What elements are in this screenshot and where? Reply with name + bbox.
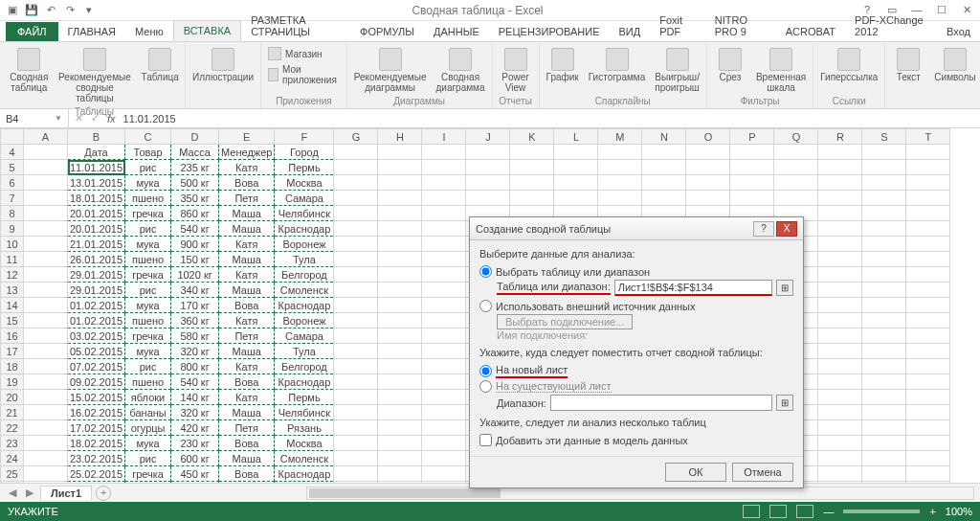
dialog-help-icon[interactable]: ? (753, 221, 774, 237)
row-header-10[interactable]: 10 (1, 237, 24, 252)
cell[interactable]: Петя (219, 420, 275, 436)
ribbon-магазин[interactable]: Магазин (265, 46, 343, 61)
cell[interactable]: 120 кг (171, 482, 219, 484)
col-header-S[interactable]: S (862, 129, 906, 145)
tab-вставка[interactable]: ВСТАВКА (173, 20, 241, 41)
ribbon-гистограмма[interactable]: Гистограмма (586, 46, 649, 84)
ribbon-текст[interactable]: Текст (889, 46, 927, 84)
cell[interactable]: 27.02.2015 (68, 482, 125, 484)
ribbon-временная[interactable]: Временнаяшкала (753, 46, 809, 95)
ribbon-срез[interactable]: Срез (711, 46, 749, 84)
zoom-slider[interactable] (843, 510, 920, 513)
ribbon-сводная[interactable]: Своднаядиаграмма (433, 46, 487, 95)
dialog-titlebar[interactable]: Создание сводной таблицы ? X (470, 217, 803, 240)
page-break-view-icon[interactable] (796, 505, 813, 518)
col-header-M[interactable]: M (598, 129, 642, 145)
cell[interactable]: 420 кг (171, 420, 219, 436)
location-picker-icon[interactable]: ⊞ (776, 395, 793, 411)
cell[interactable]: гречка (125, 466, 171, 482)
cell[interactable]: пшено (125, 313, 171, 328)
sheet-nav-next-icon[interactable]: ▶ (23, 487, 36, 499)
row-header-24[interactable]: 24 (1, 451, 24, 466)
row-header-6[interactable]: 6 (1, 175, 24, 191)
customize-icon[interactable]: ▾ (80, 2, 98, 19)
cell[interactable]: 16.02.2015 (68, 405, 125, 420)
cell[interactable]: 13.01.2015 (68, 175, 125, 191)
cell[interactable]: Катя (219, 267, 275, 283)
cell[interactable]: 18.02.2015 (68, 436, 125, 451)
redo-icon[interactable]: ↷ (61, 2, 78, 19)
col-header-E[interactable]: E (219, 129, 275, 145)
row-header-14[interactable]: 14 (1, 298, 24, 313)
cell[interactable]: Маша (219, 451, 275, 466)
page-layout-view-icon[interactable] (769, 505, 787, 518)
cell[interactable]: Пермь (275, 390, 334, 405)
cell[interactable]: гречка (125, 206, 171, 221)
cell[interactable]: 540 кг (171, 221, 219, 237)
cell[interactable]: 860 кг (171, 206, 219, 221)
ribbon-гиперссылка[interactable]: Гиперссылка (817, 46, 880, 84)
cell[interactable]: 05.02.2015 (68, 344, 125, 359)
cell[interactable]: Катя (219, 160, 275, 175)
sheet-tab-active[interactable]: Лист1 (40, 486, 92, 500)
cell[interactable]: огурцы (125, 420, 171, 436)
cell[interactable]: 340 кг (171, 283, 219, 298)
tab-данные[interactable]: ДАННЫЕ (424, 22, 489, 41)
zoom-out-icon[interactable]: — (823, 506, 834, 517)
cell[interactable]: Пермь (275, 160, 334, 175)
row-header-25[interactable]: 25 (1, 466, 24, 482)
ribbon-power[interactable]: PowerView (497, 46, 535, 95)
row-header-13[interactable]: 13 (1, 283, 24, 298)
cell[interactable]: Смоленск (275, 283, 334, 298)
cell[interactable]: Маша (219, 344, 275, 359)
ribbon-сводная[interactable]: Своднаятаблица (8, 46, 51, 95)
tab-pdf-xchange 2012[interactable]: PDF-XChange 2012 (845, 11, 937, 41)
cell[interactable]: 230 кг (171, 436, 219, 451)
cell[interactable]: 29.01.2015 (68, 267, 125, 283)
cell[interactable]: Смоленск (275, 451, 334, 466)
col-header-R[interactable]: R (818, 129, 862, 145)
cell[interactable]: Петя (219, 191, 275, 206)
cell[interactable]: Самара (275, 328, 334, 344)
cell[interactable]: мука (125, 237, 171, 252)
cell[interactable]: Тула (275, 344, 334, 359)
cell[interactable]: рис (125, 160, 171, 175)
cell[interactable]: огурцы (125, 482, 171, 484)
cell[interactable]: 450 кг (171, 466, 219, 482)
add-sheet-button[interactable]: + (96, 486, 111, 501)
col-header-L[interactable]: L (554, 129, 598, 145)
cell[interactable]: Белгород (275, 359, 334, 374)
row-header-15[interactable]: 15 (1, 313, 24, 328)
tab-формулы[interactable]: ФОРМУЛЫ (350, 22, 424, 41)
row-header-5[interactable]: 5 (1, 160, 24, 175)
sign-in[interactable]: Вход (937, 22, 980, 41)
cell[interactable]: Вова (219, 374, 275, 390)
col-header-A[interactable]: A (24, 129, 68, 145)
col-header-G[interactable]: G (334, 129, 378, 145)
cell[interactable]: Воронеж (275, 313, 334, 328)
cell[interactable]: пшено (125, 374, 171, 390)
ribbon-рекомендуемые[interactable]: Рекомендуемыедиаграммы (351, 46, 430, 95)
tab-nitro pro 9[interactable]: NITRO PRO 9 (705, 11, 776, 41)
col-header-N[interactable]: N (642, 129, 686, 145)
fx-icon[interactable]: fx (107, 113, 116, 125)
radio-select-range[interactable]: Выбрать таблицу или диапазон (479, 265, 793, 278)
col-header-K[interactable]: K (510, 129, 554, 145)
cell[interactable]: мука (125, 298, 171, 313)
cell[interactable]: 235 кг (171, 160, 219, 175)
range-picker-icon[interactable]: ⊞ (776, 280, 793, 296)
col-header-C[interactable]: C (125, 129, 171, 145)
cell[interactable]: Рязань (275, 420, 334, 436)
cell[interactable]: Маша (219, 252, 275, 267)
cell[interactable]: 580 кг (171, 328, 219, 344)
tab-главная[interactable]: ГЛАВНАЯ (58, 22, 125, 41)
cell[interactable]: Белгород (275, 267, 334, 283)
cell[interactable]: 26.01.2015 (68, 252, 125, 267)
dialog-close-icon[interactable]: X (776, 221, 797, 237)
cell[interactable]: Тула (275, 252, 334, 267)
close-icon[interactable]: ✕ (957, 4, 976, 16)
location-input[interactable] (550, 395, 772, 411)
enter-formula-icon[interactable]: ✓ (91, 112, 100, 125)
row-header-12[interactable]: 12 (1, 267, 24, 283)
col-header-O[interactable]: O (686, 129, 730, 145)
